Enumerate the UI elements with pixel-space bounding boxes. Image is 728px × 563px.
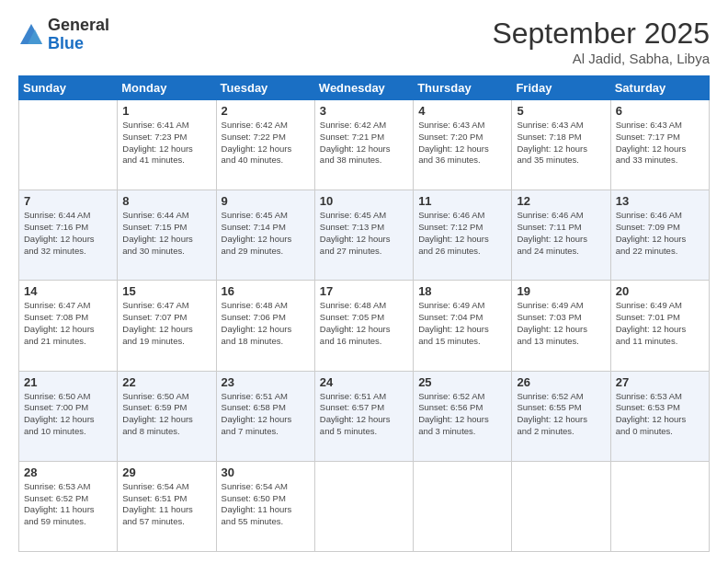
location: Al Jadid, Sabha, Libya — [492, 51, 710, 66]
logo-blue: Blue — [48, 35, 109, 53]
logo: General Blue — [18, 17, 109, 53]
day-info: Sunrise: 6:42 AM Sunset: 7:22 PM Dayligh… — [222, 120, 310, 167]
logo-text: General Blue — [48, 17, 109, 53]
day-header-saturday: Saturday — [610, 76, 709, 100]
day-header-monday: Monday — [118, 76, 216, 100]
page: General Blue September 2025 Al Jadid, Sa… — [0, 0, 728, 563]
calendar-cell: 16Sunrise: 6:48 AM Sunset: 7:06 PM Dayli… — [216, 281, 314, 371]
calendar-cell: 23Sunrise: 6:51 AM Sunset: 6:58 PM Dayli… — [216, 371, 314, 461]
calendar-cell: 18Sunrise: 6:49 AM Sunset: 7:04 PM Dayli… — [414, 281, 512, 371]
day-number: 8 — [122, 194, 210, 208]
day-info: Sunrise: 6:41 AM Sunset: 7:23 PM Dayligh… — [122, 120, 210, 167]
calendar-cell: 2Sunrise: 6:42 AM Sunset: 7:22 PM Daylig… — [216, 100, 314, 190]
day-info: Sunrise: 6:49 AM Sunset: 7:03 PM Dayligh… — [517, 300, 605, 347]
day-number: 21 — [24, 375, 112, 389]
calendar-cell: 13Sunrise: 6:46 AM Sunset: 7:09 PM Dayli… — [610, 190, 709, 281]
calendar-cell — [19, 100, 118, 190]
calendar-cell: 6Sunrise: 6:43 AM Sunset: 7:17 PM Daylig… — [610, 100, 709, 190]
calendar-table: SundayMondayTuesdayWednesdayThursdayFrid… — [18, 75, 710, 552]
day-info: Sunrise: 6:46 AM Sunset: 7:09 PM Dayligh… — [616, 210, 704, 257]
day-info: Sunrise: 6:51 AM Sunset: 6:58 PM Dayligh… — [222, 391, 310, 438]
calendar-cell: 10Sunrise: 6:45 AM Sunset: 7:13 PM Dayli… — [314, 190, 413, 281]
day-info: Sunrise: 6:43 AM Sunset: 7:18 PM Dayligh… — [517, 120, 605, 167]
calendar-cell — [512, 461, 610, 551]
calendar-cell: 11Sunrise: 6:46 AM Sunset: 7:12 PM Dayli… — [414, 190, 512, 281]
calendar-cell: 4Sunrise: 6:43 AM Sunset: 7:20 PM Daylig… — [414, 100, 512, 190]
day-number: 24 — [320, 375, 408, 389]
calendar-cell: 22Sunrise: 6:50 AM Sunset: 6:59 PM Dayli… — [118, 371, 216, 461]
header: General Blue September 2025 Al Jadid, Sa… — [18, 17, 710, 66]
calendar-cell: 14Sunrise: 6:47 AM Sunset: 7:08 PM Dayli… — [19, 281, 118, 371]
calendar-cell: 27Sunrise: 6:53 AM Sunset: 6:53 PM Dayli… — [610, 371, 709, 461]
day-number: 14 — [24, 284, 112, 298]
day-number: 9 — [222, 194, 310, 208]
day-info: Sunrise: 6:47 AM Sunset: 7:08 PM Dayligh… — [24, 300, 112, 347]
day-info: Sunrise: 6:44 AM Sunset: 7:15 PM Dayligh… — [122, 210, 210, 257]
day-number: 30 — [222, 465, 310, 479]
day-info: Sunrise: 6:47 AM Sunset: 7:07 PM Dayligh… — [122, 300, 210, 347]
calendar-cell: 20Sunrise: 6:49 AM Sunset: 7:01 PM Dayli… — [610, 281, 709, 371]
calendar-cell: 5Sunrise: 6:43 AM Sunset: 7:18 PM Daylig… — [512, 100, 610, 190]
calendar-cell: 24Sunrise: 6:51 AM Sunset: 6:57 PM Dayli… — [314, 371, 413, 461]
day-number: 29 — [122, 465, 210, 479]
day-info: Sunrise: 6:45 AM Sunset: 7:14 PM Dayligh… — [222, 210, 310, 257]
day-number: 6 — [616, 104, 704, 118]
day-number: 25 — [418, 375, 506, 389]
day-info: Sunrise: 6:51 AM Sunset: 6:57 PM Dayligh… — [320, 391, 408, 438]
day-number: 19 — [517, 284, 605, 298]
calendar-week-1: 1Sunrise: 6:41 AM Sunset: 7:23 PM Daylig… — [19, 100, 710, 190]
day-number: 2 — [222, 104, 310, 118]
day-number: 5 — [517, 104, 605, 118]
day-info: Sunrise: 6:44 AM Sunset: 7:16 PM Dayligh… — [24, 210, 112, 257]
day-number: 28 — [24, 465, 112, 479]
calendar-cell: 1Sunrise: 6:41 AM Sunset: 7:23 PM Daylig… — [118, 100, 216, 190]
day-number: 12 — [517, 194, 605, 208]
day-info: Sunrise: 6:45 AM Sunset: 7:13 PM Dayligh… — [320, 210, 408, 257]
day-number: 16 — [222, 284, 310, 298]
day-number: 17 — [320, 284, 408, 298]
day-info: Sunrise: 6:52 AM Sunset: 6:56 PM Dayligh… — [418, 391, 506, 438]
day-number: 18 — [418, 284, 506, 298]
day-info: Sunrise: 6:49 AM Sunset: 7:04 PM Dayligh… — [418, 300, 506, 347]
calendar-cell — [314, 461, 413, 551]
calendar-cell: 8Sunrise: 6:44 AM Sunset: 7:15 PM Daylig… — [118, 190, 216, 281]
day-number: 20 — [616, 284, 704, 298]
calendar-cell: 21Sunrise: 6:50 AM Sunset: 7:00 PM Dayli… — [19, 371, 118, 461]
day-number: 3 — [320, 104, 408, 118]
day-number: 22 — [122, 375, 210, 389]
day-info: Sunrise: 6:43 AM Sunset: 7:20 PM Dayligh… — [418, 120, 506, 167]
day-info: Sunrise: 6:53 AM Sunset: 6:52 PM Dayligh… — [24, 481, 112, 528]
calendar-cell — [610, 461, 709, 551]
calendar-week-4: 21Sunrise: 6:50 AM Sunset: 7:00 PM Dayli… — [19, 371, 710, 461]
day-number: 13 — [616, 194, 704, 208]
day-info: Sunrise: 6:48 AM Sunset: 7:06 PM Dayligh… — [222, 300, 310, 347]
day-info: Sunrise: 6:54 AM Sunset: 6:50 PM Dayligh… — [222, 481, 310, 528]
calendar-cell — [414, 461, 512, 551]
day-number: 11 — [418, 194, 506, 208]
calendar-week-5: 28Sunrise: 6:53 AM Sunset: 6:52 PM Dayli… — [19, 461, 710, 551]
calendar-cell: 3Sunrise: 6:42 AM Sunset: 7:21 PM Daylig… — [314, 100, 413, 190]
day-info: Sunrise: 6:48 AM Sunset: 7:05 PM Dayligh… — [320, 300, 408, 347]
day-info: Sunrise: 6:52 AM Sunset: 6:55 PM Dayligh… — [517, 391, 605, 438]
calendar-cell: 9Sunrise: 6:45 AM Sunset: 7:14 PM Daylig… — [216, 190, 314, 281]
day-number: 1 — [122, 104, 210, 118]
day-number: 23 — [222, 375, 310, 389]
day-info: Sunrise: 6:46 AM Sunset: 7:11 PM Dayligh… — [517, 210, 605, 257]
calendar-cell: 30Sunrise: 6:54 AM Sunset: 6:50 PM Dayli… — [216, 461, 314, 551]
day-number: 4 — [418, 104, 506, 118]
logo-icon — [18, 22, 44, 48]
calendar-cell: 26Sunrise: 6:52 AM Sunset: 6:55 PM Dayli… — [512, 371, 610, 461]
calendar-cell: 12Sunrise: 6:46 AM Sunset: 7:11 PM Dayli… — [512, 190, 610, 281]
day-header-wednesday: Wednesday — [314, 76, 413, 100]
month-title: September 2025 — [492, 17, 710, 51]
calendar-cell: 19Sunrise: 6:49 AM Sunset: 7:03 PM Dayli… — [512, 281, 610, 371]
day-header-sunday: Sunday — [19, 76, 118, 100]
day-info: Sunrise: 6:53 AM Sunset: 6:53 PM Dayligh… — [616, 391, 704, 438]
day-header-tuesday: Tuesday — [216, 76, 314, 100]
title-block: September 2025 Al Jadid, Sabha, Libya — [492, 17, 710, 66]
day-header-thursday: Thursday — [414, 76, 512, 100]
calendar-week-3: 14Sunrise: 6:47 AM Sunset: 7:08 PM Dayli… — [19, 281, 710, 371]
day-info: Sunrise: 6:43 AM Sunset: 7:17 PM Dayligh… — [616, 120, 704, 167]
calendar-cell: 25Sunrise: 6:52 AM Sunset: 6:56 PM Dayli… — [414, 371, 512, 461]
calendar-cell: 28Sunrise: 6:53 AM Sunset: 6:52 PM Dayli… — [19, 461, 118, 551]
